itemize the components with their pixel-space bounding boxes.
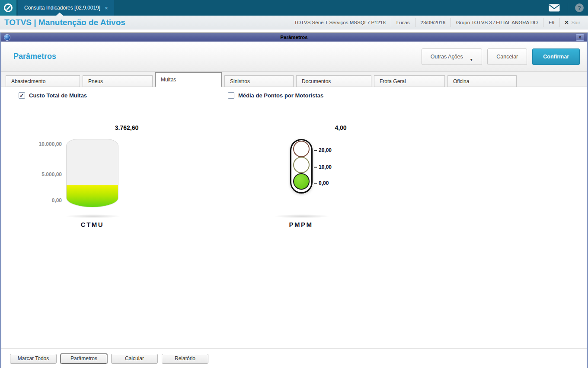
pmpm-gauge-value: 4,00 bbox=[314, 124, 368, 131]
pmpm-tick-mark-0 bbox=[314, 183, 317, 184]
confirmar-button[interactable]: Confirmar bbox=[532, 48, 580, 65]
active-tab-notch bbox=[56, 13, 63, 16]
app-title: TOTVS | Manutenção de Ativos bbox=[4, 18, 125, 27]
ctmu-gauge-value: 3.762,60 bbox=[100, 124, 153, 131]
app-header: TOTVS | Manutenção de Ativos TOTVS Série… bbox=[0, 16, 588, 29]
company-branch[interactable]: Grupo TOTVS 3 / FILIAL ANGRA DO bbox=[451, 18, 543, 27]
session-date: 23/09/2016 bbox=[415, 18, 451, 27]
tab-documentos[interactable]: Documentos bbox=[296, 75, 371, 87]
parametros-dialog: Parâmetros × Parâmetros Outras Ações ▼ C… bbox=[0, 32, 588, 368]
calcular-button[interactable]: Calcular bbox=[111, 354, 158, 364]
tab-multas[interactable]: Multas bbox=[155, 72, 222, 87]
pmpm-tick-mark-20 bbox=[314, 150, 317, 151]
page-title: Parâmetros bbox=[13, 52, 56, 61]
totvs-logo bbox=[0, 0, 16, 16]
session-info: TOTVS Série T Serviços MSSQL7 P1218 Luca… bbox=[289, 16, 585, 29]
topbar-divider bbox=[568, 3, 568, 13]
checkbox-unchecked-icon[interactable] bbox=[228, 92, 234, 99]
pmpm-axis-tick-10: 10,00 bbox=[319, 164, 346, 170]
media-pontos-motoristas-checkbox[interactable]: Média de Pontos por Motoristas bbox=[228, 92, 323, 99]
custo-total-multas-label: Custo Total de Multas bbox=[29, 92, 87, 99]
marcar-todos-button[interactable]: Marcar Todos bbox=[10, 354, 57, 364]
ctmu-gauge-label: CTMU bbox=[66, 221, 118, 228]
pmpm-gauge-label: PMPM bbox=[275, 221, 327, 228]
pmpm-gauge-shadow bbox=[274, 214, 330, 218]
multas-panel: ✓ Custo Total de Multas Média de Pontos … bbox=[1, 87, 587, 349]
cancelar-button[interactable]: Cancelar bbox=[487, 48, 527, 65]
tab-oficina[interactable]: Oficina bbox=[447, 75, 517, 87]
environment-info: TOTVS Série T Serviços MSSQL7 P1218 bbox=[289, 18, 391, 27]
pmpm-tick-mark-10 bbox=[314, 167, 317, 168]
ctmu-tank-fill bbox=[67, 185, 118, 207]
yellow-light-off-icon bbox=[293, 157, 310, 173]
outras-acoes-label: Outras Ações bbox=[431, 54, 463, 60]
chevron-down-icon: ▼ bbox=[470, 58, 473, 62]
tab-abastecimento[interactable]: Abastecimento bbox=[6, 75, 80, 87]
app-tab-label: Consulta Indicadores [02.9.0019] bbox=[24, 5, 100, 11]
pmpm-traffic-light-gauge bbox=[290, 139, 313, 194]
checkbox-checked-icon[interactable]: ✓ bbox=[19, 92, 25, 99]
tab-close-icon[interactable]: × bbox=[105, 5, 108, 11]
messages-icon[interactable] bbox=[549, 4, 560, 12]
f9-shortcut-label: F9 bbox=[543, 18, 559, 27]
ctmu-tank-gauge bbox=[66, 139, 118, 207]
relatorio-button[interactable]: Relatório bbox=[162, 354, 208, 364]
dialog-close-button[interactable]: × bbox=[576, 34, 584, 41]
ctmu-axis-tick-10000: 10.000,00 bbox=[22, 141, 62, 147]
sair-button[interactable]: ✕ Sair bbox=[559, 18, 585, 27]
exit-icon: ✕ bbox=[564, 19, 569, 26]
help-glyph: ? bbox=[578, 5, 581, 11]
media-pontos-motoristas-label: Média de Pontos por Motoristas bbox=[238, 92, 323, 99]
green-light-on-icon bbox=[293, 173, 310, 190]
tab-strip: Abastecimento Pneus Multas Sinistros Doc… bbox=[1, 72, 587, 87]
outras-acoes-button[interactable]: Outras Ações ▼ bbox=[422, 48, 482, 65]
tab-frota-geral[interactable]: Frota Geral bbox=[374, 75, 445, 87]
footer-toolbar: Marcar Todos Parâmetros Calcular Relatór… bbox=[1, 349, 587, 368]
red-light-off-icon bbox=[293, 141, 310, 157]
app-tab-consulta-indicadores[interactable]: Consulta Indicadores [02.9.0019] × bbox=[18, 0, 114, 16]
custo-total-multas-checkbox[interactable]: ✓ Custo Total de Multas bbox=[19, 92, 87, 99]
parametros-button[interactable]: Parâmetros bbox=[61, 354, 107, 364]
help-icon[interactable]: ? bbox=[575, 3, 584, 12]
dialog-heading-row: Parâmetros Outras Ações ▼ Cancelar Confi… bbox=[1, 42, 587, 72]
top-bar: Consulta Indicadores [02.9.0019] × ? bbox=[0, 0, 588, 16]
ctmu-gauge-shadow bbox=[65, 214, 121, 218]
pmpm-axis-tick-0: 0,00 bbox=[319, 180, 346, 186]
totvs-logo-icon bbox=[4, 3, 13, 12]
close-icon: × bbox=[579, 35, 582, 40]
dialog-titlebar-title: Parâmetros bbox=[1, 35, 587, 40]
check-glyph: ✓ bbox=[19, 92, 24, 99]
tab-sinistros[interactable]: Sinistros bbox=[224, 75, 294, 87]
dialog-titlebar: Parâmetros × bbox=[1, 32, 587, 42]
user-name: Lucas bbox=[391, 18, 415, 27]
ctmu-axis-tick-5000: 5.000,00 bbox=[22, 171, 62, 178]
tab-pneus[interactable]: Pneus bbox=[83, 75, 153, 87]
pmpm-axis-tick-20: 20,00 bbox=[319, 147, 346, 153]
ctmu-axis-tick-0: 0,00 bbox=[22, 197, 62, 203]
